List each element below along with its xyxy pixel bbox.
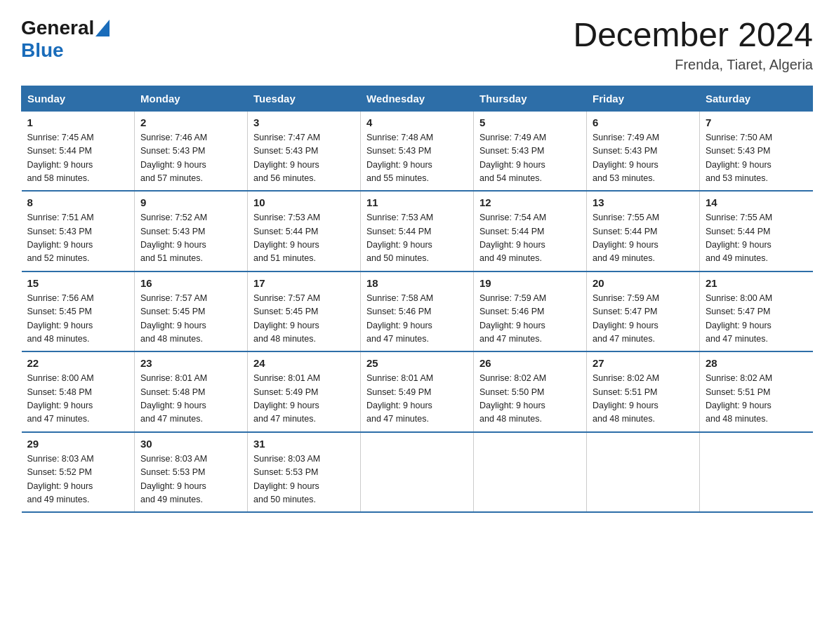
calendar-cell: 12Sunrise: 7:54 AMSunset: 5:44 PMDayligh… xyxy=(474,191,587,271)
calendar-cell xyxy=(474,432,587,513)
calendar-cell: 3Sunrise: 7:47 AMSunset: 5:43 PMDaylight… xyxy=(248,111,361,191)
calendar-cell xyxy=(700,432,813,513)
day-info: Sunrise: 7:50 AMSunset: 5:43 PMDaylight:… xyxy=(706,131,807,186)
day-info: Sunrise: 7:51 AMSunset: 5:43 PMDaylight:… xyxy=(27,211,129,266)
calendar-cell: 28Sunrise: 8:02 AMSunset: 5:51 PMDayligh… xyxy=(700,351,813,432)
day-info: Sunrise: 7:57 AMSunset: 5:45 PMDaylight:… xyxy=(253,292,355,347)
day-info: Sunrise: 8:03 AMSunset: 5:52 PMDaylight:… xyxy=(27,452,129,507)
day-info: Sunrise: 8:03 AMSunset: 5:53 PMDaylight:… xyxy=(253,452,355,507)
calendar-cell: 2Sunrise: 7:46 AMSunset: 5:43 PMDaylight… xyxy=(135,111,248,191)
calendar-cell: 7Sunrise: 7:50 AMSunset: 5:43 PMDaylight… xyxy=(700,111,813,191)
col-tuesday: Tuesday xyxy=(248,86,361,111)
col-monday: Monday xyxy=(135,86,248,111)
day-info: Sunrise: 7:52 AMSunset: 5:43 PMDaylight:… xyxy=(140,211,241,266)
calendar-cell: 20Sunrise: 7:59 AMSunset: 5:47 PMDayligh… xyxy=(587,271,700,352)
day-number: 10 xyxy=(253,196,355,208)
calendar-week-row: 22Sunrise: 8:00 AMSunset: 5:48 PMDayligh… xyxy=(22,351,813,432)
day-number: 21 xyxy=(706,277,807,289)
day-info: Sunrise: 7:55 AMSunset: 5:44 PMDaylight:… xyxy=(706,211,807,266)
calendar-cell: 31Sunrise: 8:03 AMSunset: 5:53 PMDayligh… xyxy=(248,432,361,513)
day-info: Sunrise: 7:58 AMSunset: 5:46 PMDaylight:… xyxy=(366,292,468,347)
day-number: 8 xyxy=(27,196,129,208)
calendar-week-row: 15Sunrise: 7:56 AMSunset: 5:45 PMDayligh… xyxy=(22,271,813,352)
svg-marker-0 xyxy=(95,20,110,36)
location-title: Frenda, Tiaret, Algeria xyxy=(573,57,813,73)
col-saturday: Saturday xyxy=(700,86,813,111)
calendar-cell: 9Sunrise: 7:52 AMSunset: 5:43 PMDaylight… xyxy=(135,191,248,271)
day-number: 27 xyxy=(593,357,694,369)
col-friday: Friday xyxy=(587,86,700,111)
day-number: 23 xyxy=(140,357,241,369)
calendar-week-row: 1Sunrise: 7:45 AMSunset: 5:44 PMDaylight… xyxy=(22,111,813,191)
day-info: Sunrise: 7:48 AMSunset: 5:43 PMDaylight:… xyxy=(366,131,468,186)
header-row: Sunday Monday Tuesday Wednesday Thursday… xyxy=(22,86,813,111)
day-info: Sunrise: 8:02 AMSunset: 5:51 PMDaylight:… xyxy=(593,372,694,427)
calendar-cell: 26Sunrise: 8:02 AMSunset: 5:50 PMDayligh… xyxy=(474,351,587,432)
day-info: Sunrise: 7:55 AMSunset: 5:44 PMDaylight:… xyxy=(593,211,694,266)
calendar-cell: 23Sunrise: 8:01 AMSunset: 5:48 PMDayligh… xyxy=(135,351,248,432)
title-section: December 2024 Frenda, Tiaret, Algeria xyxy=(573,17,813,73)
day-number: 20 xyxy=(593,277,694,289)
day-number: 19 xyxy=(479,277,581,289)
day-number: 2 xyxy=(140,116,241,128)
calendar-cell xyxy=(361,432,474,513)
calendar-week-row: 8Sunrise: 7:51 AMSunset: 5:43 PMDaylight… xyxy=(22,191,813,271)
day-info: Sunrise: 7:47 AMSunset: 5:43 PMDaylight:… xyxy=(253,131,355,186)
day-info: Sunrise: 8:02 AMSunset: 5:51 PMDaylight:… xyxy=(706,372,807,427)
day-info: Sunrise: 7:53 AMSunset: 5:44 PMDaylight:… xyxy=(366,211,468,266)
col-sunday: Sunday xyxy=(22,86,135,111)
calendar-table: Sunday Monday Tuesday Wednesday Thursday… xyxy=(21,86,813,514)
day-number: 26 xyxy=(479,357,581,369)
day-number: 11 xyxy=(366,196,468,208)
day-number: 18 xyxy=(366,277,468,289)
calendar-cell: 13Sunrise: 7:55 AMSunset: 5:44 PMDayligh… xyxy=(587,191,700,271)
day-info: Sunrise: 7:54 AMSunset: 5:44 PMDaylight:… xyxy=(479,211,581,266)
day-number: 4 xyxy=(366,116,468,128)
day-info: Sunrise: 7:59 AMSunset: 5:47 PMDaylight:… xyxy=(593,292,694,347)
calendar-cell: 16Sunrise: 7:57 AMSunset: 5:45 PMDayligh… xyxy=(135,271,248,352)
col-thursday: Thursday xyxy=(474,86,587,111)
calendar-cell: 18Sunrise: 7:58 AMSunset: 5:46 PMDayligh… xyxy=(361,271,474,352)
day-info: Sunrise: 7:46 AMSunset: 5:43 PMDaylight:… xyxy=(140,131,241,186)
day-number: 6 xyxy=(593,116,694,128)
day-info: Sunrise: 8:01 AMSunset: 5:49 PMDaylight:… xyxy=(366,372,468,427)
calendar-cell: 22Sunrise: 8:00 AMSunset: 5:48 PMDayligh… xyxy=(22,351,135,432)
calendar-cell: 10Sunrise: 7:53 AMSunset: 5:44 PMDayligh… xyxy=(248,191,361,271)
logo: General Blue xyxy=(21,17,111,62)
calendar-cell: 5Sunrise: 7:49 AMSunset: 5:43 PMDaylight… xyxy=(474,111,587,191)
calendar-week-row: 29Sunrise: 8:03 AMSunset: 5:52 PMDayligh… xyxy=(22,432,813,513)
day-number: 1 xyxy=(27,116,129,128)
calendar-cell: 24Sunrise: 8:01 AMSunset: 5:49 PMDayligh… xyxy=(248,351,361,432)
calendar-cell: 30Sunrise: 8:03 AMSunset: 5:53 PMDayligh… xyxy=(135,432,248,513)
day-number: 5 xyxy=(479,116,581,128)
day-info: Sunrise: 8:01 AMSunset: 5:48 PMDaylight:… xyxy=(140,372,241,427)
day-info: Sunrise: 7:45 AMSunset: 5:44 PMDaylight:… xyxy=(27,131,129,186)
logo-triangle-icon xyxy=(95,20,110,36)
calendar-cell: 21Sunrise: 8:00 AMSunset: 5:47 PMDayligh… xyxy=(700,271,813,352)
day-info: Sunrise: 8:03 AMSunset: 5:53 PMDaylight:… xyxy=(140,452,241,507)
day-info: Sunrise: 8:02 AMSunset: 5:50 PMDaylight:… xyxy=(479,372,581,427)
day-number: 14 xyxy=(706,196,807,208)
calendar-body: 1Sunrise: 7:45 AMSunset: 5:44 PMDaylight… xyxy=(22,111,813,512)
day-number: 29 xyxy=(27,438,129,450)
day-info: Sunrise: 7:57 AMSunset: 5:45 PMDaylight:… xyxy=(140,292,241,347)
day-number: 17 xyxy=(253,277,355,289)
day-number: 16 xyxy=(140,277,241,289)
day-info: Sunrise: 7:59 AMSunset: 5:46 PMDaylight:… xyxy=(479,292,581,347)
calendar-cell: 14Sunrise: 7:55 AMSunset: 5:44 PMDayligh… xyxy=(700,191,813,271)
calendar-cell: 29Sunrise: 8:03 AMSunset: 5:52 PMDayligh… xyxy=(22,432,135,513)
day-number: 28 xyxy=(706,357,807,369)
day-info: Sunrise: 7:49 AMSunset: 5:43 PMDaylight:… xyxy=(479,131,581,186)
month-title: December 2024 xyxy=(573,17,813,54)
calendar-cell xyxy=(587,432,700,513)
day-number: 30 xyxy=(140,438,241,450)
calendar-cell: 8Sunrise: 7:51 AMSunset: 5:43 PMDaylight… xyxy=(22,191,135,271)
page-header: General Blue December 2024 Frenda, Tiare… xyxy=(21,17,813,73)
day-number: 31 xyxy=(253,438,355,450)
calendar-cell: 17Sunrise: 7:57 AMSunset: 5:45 PMDayligh… xyxy=(248,271,361,352)
day-number: 25 xyxy=(366,357,468,369)
day-number: 22 xyxy=(27,357,129,369)
day-info: Sunrise: 7:56 AMSunset: 5:45 PMDaylight:… xyxy=(27,292,129,347)
calendar-cell: 27Sunrise: 8:02 AMSunset: 5:51 PMDayligh… xyxy=(587,351,700,432)
col-wednesday: Wednesday xyxy=(361,86,474,111)
